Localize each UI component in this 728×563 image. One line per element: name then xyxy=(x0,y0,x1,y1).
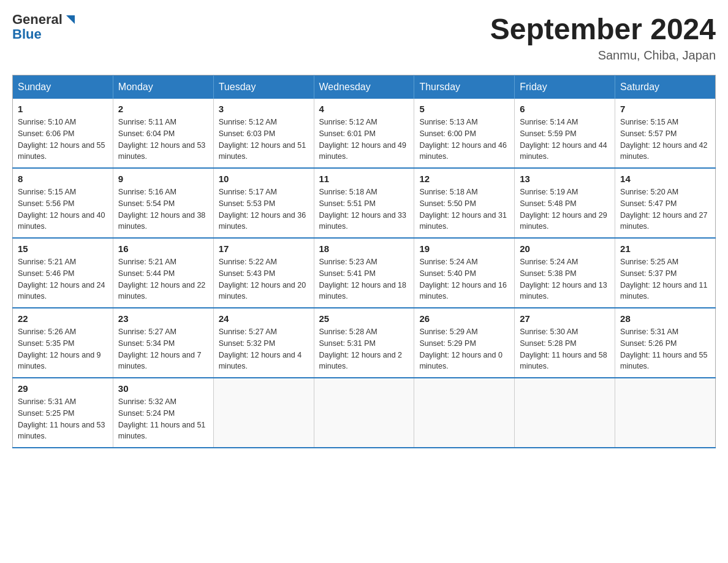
day-info: Sunrise: 5:16 AMSunset: 5:54 PMDaylight:… xyxy=(118,186,208,232)
calendar-cell: 28Sunrise: 5:31 AMSunset: 5:26 PMDayligh… xyxy=(615,308,716,378)
calendar-week-row: 22Sunrise: 5:26 AMSunset: 5:35 PMDayligh… xyxy=(13,308,716,378)
calendar-cell: 30Sunrise: 5:32 AMSunset: 5:24 PMDayligh… xyxy=(113,378,213,448)
calendar-cell xyxy=(314,378,414,448)
day-info: Sunrise: 5:12 AMSunset: 6:01 PMDaylight:… xyxy=(319,117,409,163)
calendar-cell xyxy=(615,378,716,448)
day-info: Sunrise: 5:15 AMSunset: 5:57 PMDaylight:… xyxy=(620,117,710,163)
calendar-week-row: 15Sunrise: 5:21 AMSunset: 5:46 PMDayligh… xyxy=(13,238,716,308)
day-info: Sunrise: 5:24 AMSunset: 5:40 PMDaylight:… xyxy=(419,256,509,302)
day-number: 9 xyxy=(118,174,208,184)
calendar-cell: 4Sunrise: 5:12 AMSunset: 6:01 PMDaylight… xyxy=(314,99,414,168)
page-title: September 2024 xyxy=(490,12,716,46)
day-info: Sunrise: 5:29 AMSunset: 5:29 PMDaylight:… xyxy=(419,326,509,372)
weekday-header-wednesday: Wednesday xyxy=(314,75,414,99)
weekday-header-sunday: Sunday xyxy=(13,75,113,99)
day-info: Sunrise: 5:25 AMSunset: 5:37 PMDaylight:… xyxy=(620,256,710,302)
calendar-cell: 20Sunrise: 5:24 AMSunset: 5:38 PMDayligh… xyxy=(515,238,615,308)
weekday-header-tuesday: Tuesday xyxy=(213,75,314,99)
day-number: 27 xyxy=(520,313,610,324)
weekday-header-friday: Friday xyxy=(515,75,615,99)
calendar-week-row: 8Sunrise: 5:15 AMSunset: 5:56 PMDaylight… xyxy=(13,168,716,238)
weekday-header-row: SundayMondayTuesdayWednesdayThursdayFrid… xyxy=(13,75,716,99)
day-number: 23 xyxy=(118,313,208,324)
day-number: 12 xyxy=(419,174,509,184)
calendar-table: SundayMondayTuesdayWednesdayThursdayFrid… xyxy=(12,75,716,448)
day-number: 25 xyxy=(319,313,409,324)
calendar-cell: 22Sunrise: 5:26 AMSunset: 5:35 PMDayligh… xyxy=(13,308,113,378)
calendar-cell: 18Sunrise: 5:23 AMSunset: 5:41 PMDayligh… xyxy=(314,238,414,308)
day-info: Sunrise: 5:23 AMSunset: 5:41 PMDaylight:… xyxy=(319,256,409,302)
day-info: Sunrise: 5:28 AMSunset: 5:31 PMDaylight:… xyxy=(319,326,409,372)
calendar-cell: 15Sunrise: 5:21 AMSunset: 5:46 PMDayligh… xyxy=(13,238,113,308)
day-number: 18 xyxy=(319,243,409,254)
calendar-cell: 17Sunrise: 5:22 AMSunset: 5:43 PMDayligh… xyxy=(213,238,314,308)
day-info: Sunrise: 5:21 AMSunset: 5:44 PMDaylight:… xyxy=(118,256,208,302)
day-info: Sunrise: 5:14 AMSunset: 5:59 PMDaylight:… xyxy=(520,117,610,163)
day-number: 29 xyxy=(18,383,108,394)
calendar-cell: 21Sunrise: 5:25 AMSunset: 5:37 PMDayligh… xyxy=(615,238,716,308)
day-number: 22 xyxy=(18,313,108,324)
day-info: Sunrise: 5:27 AMSunset: 5:32 PMDaylight:… xyxy=(219,326,309,372)
day-number: 11 xyxy=(319,174,409,184)
calendar-cell: 10Sunrise: 5:17 AMSunset: 5:53 PMDayligh… xyxy=(213,168,314,238)
day-number: 1 xyxy=(18,104,108,114)
calendar-cell xyxy=(213,378,314,448)
calendar-week-row: 29Sunrise: 5:31 AMSunset: 5:25 PMDayligh… xyxy=(13,378,716,448)
logo-triangle-icon xyxy=(64,13,77,26)
calendar-cell: 8Sunrise: 5:15 AMSunset: 5:56 PMDaylight… xyxy=(13,168,113,238)
day-number: 28 xyxy=(620,313,710,324)
logo-blue-text: Blue xyxy=(12,27,77,42)
calendar-cell: 25Sunrise: 5:28 AMSunset: 5:31 PMDayligh… xyxy=(314,308,414,378)
day-info: Sunrise: 5:21 AMSunset: 5:46 PMDaylight:… xyxy=(18,256,108,302)
day-info: Sunrise: 5:17 AMSunset: 5:53 PMDaylight:… xyxy=(219,186,309,232)
day-number: 24 xyxy=(219,313,309,324)
calendar-body: 1Sunrise: 5:10 AMSunset: 6:06 PMDaylight… xyxy=(13,99,716,448)
day-number: 3 xyxy=(219,104,309,114)
day-number: 8 xyxy=(18,174,108,184)
weekday-header-monday: Monday xyxy=(113,75,213,99)
page-header: General Blue September 2024 Sanmu, Chiba… xyxy=(12,12,716,63)
calendar-cell: 16Sunrise: 5:21 AMSunset: 5:44 PMDayligh… xyxy=(113,238,213,308)
day-number: 7 xyxy=(620,104,710,114)
day-info: Sunrise: 5:18 AMSunset: 5:51 PMDaylight:… xyxy=(319,186,409,232)
calendar-cell: 12Sunrise: 5:18 AMSunset: 5:50 PMDayligh… xyxy=(414,168,515,238)
day-number: 6 xyxy=(520,104,610,114)
calendar-cell: 9Sunrise: 5:16 AMSunset: 5:54 PMDaylight… xyxy=(113,168,213,238)
calendar-cell: 5Sunrise: 5:13 AMSunset: 6:00 PMDaylight… xyxy=(414,99,515,168)
day-number: 17 xyxy=(219,243,309,254)
calendar-week-row: 1Sunrise: 5:10 AMSunset: 6:06 PMDaylight… xyxy=(13,99,716,168)
calendar-cell: 23Sunrise: 5:27 AMSunset: 5:34 PMDayligh… xyxy=(113,308,213,378)
calendar-cell xyxy=(414,378,515,448)
calendar-cell: 6Sunrise: 5:14 AMSunset: 5:59 PMDaylight… xyxy=(515,99,615,168)
day-info: Sunrise: 5:22 AMSunset: 5:43 PMDaylight:… xyxy=(219,256,309,302)
calendar-cell: 26Sunrise: 5:29 AMSunset: 5:29 PMDayligh… xyxy=(414,308,515,378)
day-info: Sunrise: 5:24 AMSunset: 5:38 PMDaylight:… xyxy=(520,256,610,302)
logo-general-text: General xyxy=(12,12,63,27)
weekday-header-thursday: Thursday xyxy=(414,75,515,99)
day-number: 30 xyxy=(118,383,208,394)
calendar-cell: 13Sunrise: 5:19 AMSunset: 5:48 PMDayligh… xyxy=(515,168,615,238)
calendar-cell: 11Sunrise: 5:18 AMSunset: 5:51 PMDayligh… xyxy=(314,168,414,238)
calendar-cell: 29Sunrise: 5:31 AMSunset: 5:25 PMDayligh… xyxy=(13,378,113,448)
calendar-cell: 2Sunrise: 5:11 AMSunset: 6:04 PMDaylight… xyxy=(113,99,213,168)
logo: General Blue xyxy=(12,12,77,42)
day-number: 5 xyxy=(419,104,509,114)
day-info: Sunrise: 5:31 AMSunset: 5:25 PMDaylight:… xyxy=(18,396,108,442)
day-number: 20 xyxy=(520,243,610,254)
day-info: Sunrise: 5:20 AMSunset: 5:47 PMDaylight:… xyxy=(620,186,710,232)
day-number: 10 xyxy=(219,174,309,184)
title-section: September 2024 Sanmu, Chiba, Japan xyxy=(490,12,716,63)
calendar-cell: 1Sunrise: 5:10 AMSunset: 6:06 PMDaylight… xyxy=(13,99,113,168)
calendar-header: SundayMondayTuesdayWednesdayThursdayFrid… xyxy=(13,75,716,99)
location-subtitle: Sanmu, Chiba, Japan xyxy=(490,48,716,63)
day-info: Sunrise: 5:27 AMSunset: 5:34 PMDaylight:… xyxy=(118,326,208,372)
day-info: Sunrise: 5:26 AMSunset: 5:35 PMDaylight:… xyxy=(18,326,108,372)
day-number: 2 xyxy=(118,104,208,114)
day-info: Sunrise: 5:11 AMSunset: 6:04 PMDaylight:… xyxy=(118,117,208,163)
day-number: 15 xyxy=(18,243,108,254)
calendar-cell: 3Sunrise: 5:12 AMSunset: 6:03 PMDaylight… xyxy=(213,99,314,168)
day-number: 21 xyxy=(620,243,710,254)
day-number: 4 xyxy=(319,104,409,114)
day-info: Sunrise: 5:30 AMSunset: 5:28 PMDaylight:… xyxy=(520,326,610,372)
calendar-cell xyxy=(515,378,615,448)
